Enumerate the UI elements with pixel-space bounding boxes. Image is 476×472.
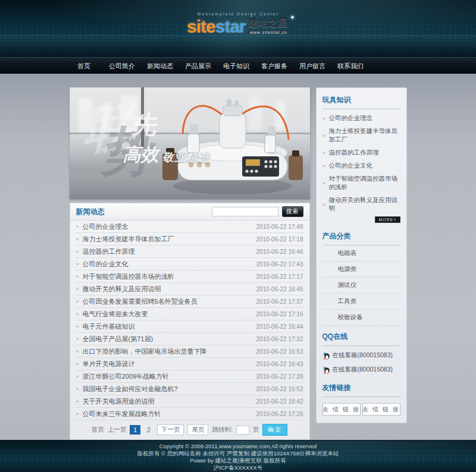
knowledge-link[interactable]: 温控器的工作原理 [322, 146, 400, 159]
knowledge-link[interactable]: 微动开关的释义及应用说明 [322, 194, 400, 215]
pagination-confirm-button[interactable]: 确定 [262, 424, 287, 436]
arrow-icon [76, 373, 79, 379]
news-link[interactable]: 电气行业将迎来大改变 [83, 310, 252, 319]
news-date: 2010-06-22 17:49 [256, 224, 303, 230]
sidebar: 玩具知识 公司的企业理念 海力士将投资建半导体后加工厂 温控器的工作原理 公司的… [316, 87, 407, 423]
news-link[interactable]: 对于智能空调温控器市场的浅析 [83, 272, 252, 281]
news-date: 2010-06-22 16:42 [256, 398, 303, 405]
more-button[interactable]: MORE+ [375, 216, 400, 223]
arrow-icon [76, 236, 79, 242]
news-date: 2010-06-22 16:44 [256, 323, 303, 330]
pagination-next[interactable]: 下一页 [157, 424, 184, 435]
sparkle-icon: ✦ [290, 14, 295, 21]
news-search-input[interactable] [212, 207, 278, 216]
logo-url-text: www.sitestar.cn [248, 30, 289, 34]
page-root: Webtemplate Design Center sitestar ✦ 建站之… [0, 0, 476, 472]
sidebar-knowledge-title: 玩具知识 [322, 89, 400, 109]
news-row[interactable]: 公司的企业文化2010-06-22 17:43 [76, 258, 303, 270]
slogan-text: 高效 [123, 146, 159, 163]
news-link[interactable]: 关于开关电源用途的说明 [83, 397, 252, 406]
sidebar-categories-title: 产品分类 [322, 225, 400, 246]
news-link[interactable]: 出口下滑的影响，中国家电市场出货量下降 [83, 347, 252, 356]
nav-item-products[interactable]: 产品展示 [184, 58, 212, 74]
nav-item-knowledge[interactable]: 电子知识 [223, 58, 250, 74]
nav-item-about[interactable]: 公司简介 [108, 58, 136, 74]
qq-service-link[interactable]: 在线客服(800015083) [322, 363, 400, 377]
news-link[interactable]: 温控器的工作原理 [83, 247, 252, 256]
pagination: 首页 上一页 1 2 下一页 尾页 跳转到: 页 确定 [70, 420, 309, 439]
news-row[interactable]: 对于智能空调温控器市场的浅析2010-06-22 17:17 [76, 270, 303, 283]
news-row[interactable]: 电气行业将迎来大改变2010-06-22 17:16 [76, 308, 303, 320]
news-link[interactable]: 海力士将投资建半导体后加工厂 [83, 235, 252, 244]
friend-link-button[interactable]: 友 情 链 接 [362, 403, 400, 416]
news-row[interactable]: 公司未来三年发展战略方针2010-06-22 17:26 [76, 408, 303, 420]
friend-links: 友 情 链 接 友 情 链 接 [322, 397, 400, 416]
news-row[interactable]: 浙江华辉公司2009年战略方针2010-06-22 17:28 [76, 370, 303, 383]
news-link[interactable]: 公司因业务发展需要招聘5名外贸业务员 [83, 297, 252, 306]
news-link[interactable]: 单片开关电源设计 [83, 360, 252, 369]
news-link[interactable]: 公司的企业理念 [83, 222, 252, 231]
pagination-jump-label: 跳转到: [212, 426, 232, 434]
pagination-first[interactable]: 首页 [92, 426, 104, 434]
news-link[interactable]: 公司的企业文化 [83, 260, 252, 269]
news-date: 2010-06-22 16:53 [256, 348, 303, 355]
news-date: 2010-06-22 17:18 [256, 236, 303, 243]
knowledge-link[interactable]: 公司的企业文化 [322, 159, 400, 172]
logo-tagline: Webtemplate Design Center [0, 12, 476, 16]
news-date: 2010-06-22 17:43 [256, 261, 303, 268]
arrow-icon [76, 323, 79, 329]
news-date: 2010-06-22 16:52 [256, 386, 303, 392]
news-link[interactable]: 微动开关的释义及应用说明 [83, 285, 252, 294]
news-row[interactable]: 电子元件基础知识2010-06-22 16:44 [76, 320, 303, 333]
arrow-icon [322, 202, 325, 207]
arrow-icon [76, 386, 79, 392]
logo: Webtemplate Design Center sitestar ✦ 建站之… [0, 0, 476, 36]
news-row[interactable]: 关于开关电源用途的说明2010-06-22 16:42 [76, 395, 303, 408]
news-link[interactable]: 浙江华辉公司2009年战略方针 [83, 372, 252, 381]
news-link[interactable]: 公司未来三年发展战略方针 [83, 410, 252, 418]
pagination-page-1[interactable]: 1 [130, 425, 140, 435]
news-row[interactable]: 公司的企业理念2010-06-22 17:49 [76, 221, 303, 233]
news-row[interactable]: 公司因业务发展需要招聘5名外贸业务员2010-06-22 17:37 [76, 295, 303, 308]
knowledge-link[interactable]: 对于智能空调温控器市场的浅析 [322, 172, 400, 194]
nav-item-home[interactable]: 首页 [70, 58, 98, 74]
pagination-page-2[interactable]: 2 [144, 426, 154, 434]
knowledge-link[interactable]: 公司的企业理念 [322, 112, 400, 125]
arrow-icon [76, 311, 79, 317]
news-row[interactable]: 出口下滑的影响，中国家电市场出货量下降2010-06-22 16:53 [76, 345, 303, 358]
nav-item-guestbook[interactable]: 用户留言 [299, 58, 326, 74]
news-link[interactable]: 全国电子产品展(第71届) [83, 335, 252, 344]
news-panel: 新闻动态 搜索 公司的企业理念2010-06-22 17:49 海力士将投资建半… [70, 203, 310, 440]
category-link[interactable]: 工具类 [322, 294, 400, 310]
news-header: 新闻动态 搜索 [70, 203, 309, 221]
news-link[interactable]: 电子元件基础知识 [83, 322, 252, 331]
news-row[interactable]: 微动开关的释义及应用说明2010-06-22 16:45 [76, 283, 303, 295]
news-row[interactable]: 我国电子企业如何应对金融危机?2010-06-22 16:52 [76, 383, 303, 395]
pagination-prev[interactable]: 上一页 [108, 426, 127, 434]
hero-banner: 联 势 先 高效 敬业精进 [70, 87, 310, 199]
category-link[interactable]: 测试仪 [322, 278, 400, 294]
news-date: 2010-06-22 17:17 [256, 273, 303, 280]
news-row[interactable]: 全国电子产品展(第71届)2010-06-22 17:32 [76, 333, 303, 345]
arrow-icon [322, 133, 325, 139]
qq-service-link[interactable]: 在线客服(800015083) [322, 348, 400, 363]
pagination-last[interactable]: 尾页 [187, 424, 208, 435]
category-link[interactable]: 电源类 [322, 262, 400, 278]
nav-item-news[interactable]: 新闻动态 [146, 58, 174, 74]
category-link[interactable]: 电能表 [322, 246, 400, 262]
pagination-jump-input[interactable] [236, 426, 249, 435]
nav-item-contact[interactable]: 联系我们 [337, 58, 364, 74]
nav-item-service[interactable]: 客户服务 [261, 58, 288, 74]
qq-list: 在线客服(800015083) 在线客服(800015083) [322, 346, 400, 377]
news-row[interactable]: 温控器的工作原理2010-06-22 16:46 [76, 246, 303, 258]
friend-link-button[interactable]: 友 情 链 接 [322, 403, 361, 416]
search-button[interactable]: 搜索 [282, 206, 303, 217]
news-link[interactable]: 我国电子企业如何应对金融危机? [83, 385, 252, 394]
news-date: 2010-06-22 16:43 [256, 361, 303, 367]
news-row[interactable]: 单片开关电源设计2010-06-22 16:43 [76, 358, 303, 370]
knowledge-link[interactable]: 海力士将投资建半导体后加工厂 [322, 125, 400, 146]
arrow-icon [322, 150, 325, 156]
news-row[interactable]: 海力士将投资建半导体后加工厂2010-06-22 17:18 [76, 233, 303, 246]
category-link[interactable]: 校验设备 [322, 310, 400, 326]
slogan-text: 敬业精进 [162, 152, 210, 163]
